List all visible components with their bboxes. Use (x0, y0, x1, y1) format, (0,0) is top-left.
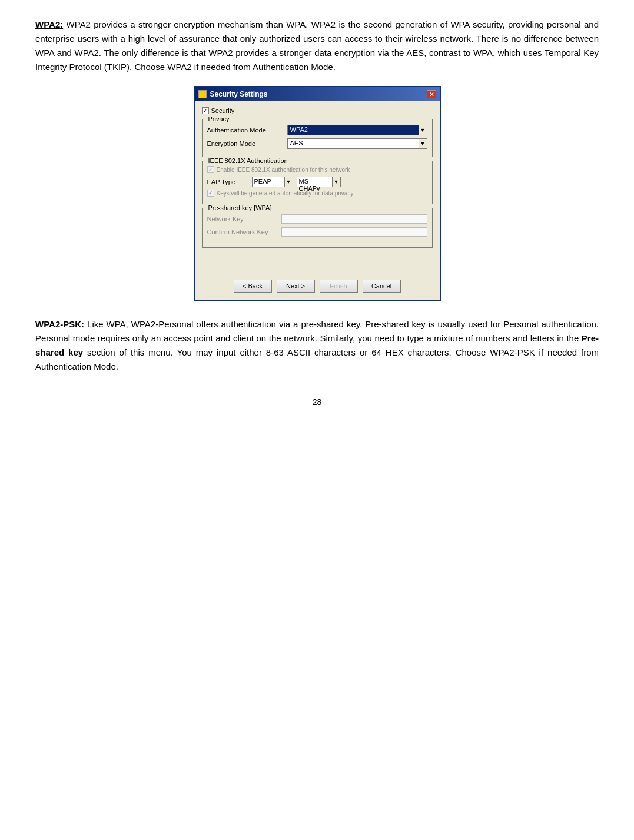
enc-mode-arrow[interactable]: ▼ (419, 139, 427, 148)
mschap-value: MS-CHAPv (297, 177, 332, 187)
ieee-check-row: ✓ Enable IEEE 802.1X authentication for … (207, 166, 427, 173)
wpa2-heading: WPA2: (35, 19, 63, 29)
eap-row: EAP Type PEAP ▼ MS-CHAPv ▼ (207, 177, 427, 187)
close-button[interactable]: ✕ (427, 90, 436, 98)
eap-arrow[interactable]: ▼ (284, 177, 293, 187)
mschap-select[interactable]: MS-CHAPv ▼ (297, 177, 341, 187)
dialog-body: ✓ Security Privacy Authentication Mode W… (195, 101, 440, 300)
auth-mode-select[interactable]: WPA2 ▼ (287, 125, 427, 135)
psk-group: Pre-shared key [WPA] Network Key Confirm… (202, 208, 433, 248)
psk-group-label: Pre-shared key [WPA] (207, 204, 273, 211)
keys-checkbox: ✓ (207, 190, 214, 197)
security-check-row: ✓ Security (202, 107, 433, 114)
wpa2psk-section: WPA2-PSK: Like WPA, WPA2-Personal offers… (35, 317, 599, 374)
ieee-checkbox[interactable]: ✓ (207, 166, 214, 173)
dialog-icon (198, 90, 207, 98)
auth-mode-arrow[interactable]: ▼ (419, 125, 427, 135)
security-label: Security (211, 107, 235, 114)
next-button[interactable]: Next > (277, 280, 315, 293)
auth-mode-row: Authentication Mode WPA2 ▼ (207, 125, 427, 135)
enc-mode-value: AES (288, 139, 419, 148)
finish-button[interactable]: Finish (320, 280, 358, 293)
eap-type-label: EAP Type (207, 178, 248, 185)
ieee-check-label: Enable IEEE 802.1X authentication for th… (217, 167, 350, 173)
wpa2-description: WPA2: WPA2 provides a stronger encryptio… (35, 18, 599, 74)
wpa2-text: WPA2 provides a stronger encryption mech… (35, 19, 599, 72)
network-key-row: Network Key (207, 214, 427, 224)
dialog-screenshot-wrapper: Security Settings ✕ ✓ Security Privacy A… (35, 86, 599, 301)
back-button[interactable]: < Back (234, 280, 272, 293)
privacy-group-label: Privacy (207, 115, 231, 122)
network-key-input[interactable] (281, 214, 427, 224)
page-number: 28 (35, 397, 599, 407)
eap-value: PEAP (253, 177, 284, 187)
privacy-group: Privacy Authentication Mode WPA2 ▼ Encry… (202, 119, 433, 157)
cancel-button[interactable]: Cancel (363, 280, 401, 293)
auth-mode-value: WPA2 (288, 125, 419, 135)
network-key-label: Network Key (207, 215, 278, 223)
wpa2psk-text1: Like WPA, WPA2-Personal offers authentic… (35, 319, 599, 343)
wpa2psk-text2: section of this menu. You may input eith… (35, 347, 599, 371)
enc-mode-label: Encryption Mode (207, 140, 284, 147)
confirm-key-input[interactable] (281, 227, 427, 237)
auth-mode-label: Authentication Mode (207, 127, 284, 134)
dialog-title: Security Settings (210, 90, 268, 98)
ieee-group-label: IEEE 802.1X Authentication (207, 157, 289, 164)
dialog-titlebar: Security Settings ✕ (195, 87, 440, 101)
dialog-empty-space (202, 253, 433, 276)
security-checkbox[interactable]: ✓ (202, 107, 209, 114)
wpa2psk-heading: WPA2-PSK: (35, 319, 84, 329)
enc-mode-select[interactable]: AES ▼ (287, 138, 427, 149)
security-settings-dialog: Security Settings ✕ ✓ Security Privacy A… (194, 86, 441, 301)
confirm-key-row: Confirm Network Key (207, 227, 427, 237)
keys-note-row: ✓ Keys will be generated automatically f… (207, 190, 427, 197)
enc-mode-row: Encryption Mode AES ▼ (207, 138, 427, 149)
dialog-buttons: < Back Next > Finish Cancel (202, 280, 433, 293)
mschap-arrow[interactable]: ▼ (332, 177, 340, 187)
confirm-key-label: Confirm Network Key (207, 228, 278, 235)
ieee-group: IEEE 802.1X Authentication ✓ Enable IEEE… (202, 161, 433, 204)
eap-select[interactable]: PEAP ▼ (252, 177, 293, 187)
titlebar-title-area: Security Settings (198, 90, 268, 98)
keys-note-text: Keys will be generated automatically for… (217, 190, 354, 197)
